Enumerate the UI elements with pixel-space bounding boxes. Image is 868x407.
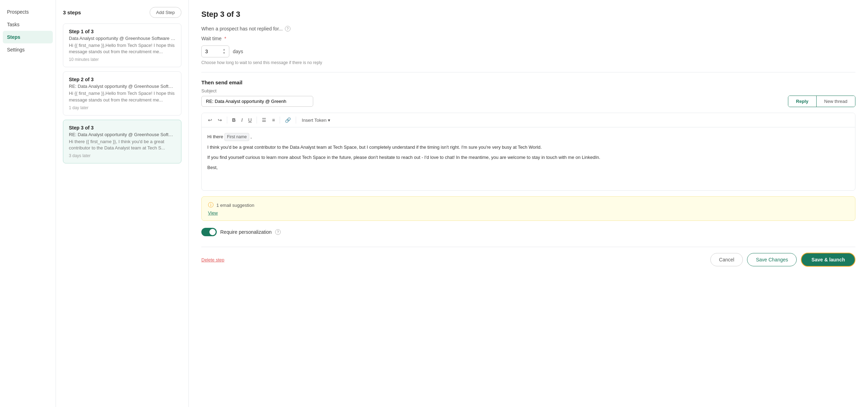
bullet-list-button[interactable]: ☰ — [260, 116, 268, 124]
step-card-preview: Hi {{ first_name }},Hello from Tech Spac… — [69, 90, 175, 103]
footer-actions: Cancel Save Changes Save & launch — [710, 253, 855, 267]
personalization-row: Require personalization ? — [201, 228, 855, 236]
redo-button[interactable]: ↪ — [216, 116, 224, 124]
step-card-step1[interactable]: Step 1 of 3 Data Analyst opportunity @ G… — [63, 23, 181, 67]
undo-button[interactable]: ↩ — [206, 116, 214, 124]
italic-button[interactable]: I — [239, 116, 245, 124]
suggestion-banner: ⓘ 1 email suggestion View — [201, 196, 855, 221]
no-reply-help-icon[interactable]: ? — [285, 26, 290, 31]
main-content: Step 3 of 3 When a prospect has not repl… — [189, 0, 868, 407]
editor-line-2: I think you'd be a great contributor to … — [207, 144, 849, 151]
suggestion-text: 1 email suggestion — [216, 203, 254, 208]
wait-time-row: ▲ ▼ days — [201, 45, 855, 57]
wait-time-label: Wait time * — [201, 36, 855, 41]
save-changes-button[interactable]: Save Changes — [747, 253, 797, 266]
wait-time-stepper[interactable]: ▲ ▼ — [223, 48, 225, 55]
toggle-slider — [201, 228, 217, 236]
bold-button[interactable]: B — [230, 116, 238, 124]
then-send-label: Then send email — [201, 79, 855, 85]
step-cards-container: Step 1 of 3 Data Analyst opportunity @ G… — [63, 23, 181, 163]
wait-time-input-wrapper[interactable]: ▲ ▼ — [201, 45, 229, 57]
step-card-title: Step 1 of 3 — [69, 29, 175, 34]
reply-button[interactable]: Reply — [788, 96, 816, 107]
insert-token-button[interactable]: Insert Token ▾ — [299, 116, 333, 124]
step-card-title: Step 3 of 3 — [69, 125, 175, 131]
delete-step-button[interactable]: Delete step — [201, 257, 224, 262]
sidebar-item-prospects[interactable]: Prospects — [0, 6, 56, 18]
insert-token-label: Insert Token — [302, 118, 327, 123]
subject-input[interactable] — [201, 96, 313, 107]
step-card-subject: RE: Data Analyst opportunity @ Greenhous… — [69, 132, 175, 137]
editor-line-4: Best, — [207, 164, 849, 171]
sidebar-item-settings[interactable]: Settings — [0, 43, 56, 56]
step-card-step3[interactable]: Step 3 of 3 RE: Data Analyst opportunity… — [63, 120, 181, 163]
link-button[interactable]: 🔗 — [283, 116, 293, 124]
add-step-button[interactable]: Add Step — [150, 7, 182, 18]
footer: Delete step Cancel Save Changes Save & l… — [201, 247, 855, 267]
personalization-toggle[interactable] — [201, 228, 217, 236]
editor-toolbar: ↩ ↪ B I U ☰ ≡ 🔗 Insert Token ▾ — [202, 113, 855, 127]
step-card-timing: 1 day later — [69, 105, 175, 110]
toolbar-divider-1 — [227, 117, 227, 124]
step-card-step2[interactable]: Step 2 of 3 RE: Data Analyst opportunity… — [63, 71, 181, 115]
email-editor: ↩ ↪ B I U ☰ ≡ 🔗 Insert Token ▾ Hi there … — [201, 113, 855, 191]
new-thread-button[interactable]: New thread — [817, 96, 855, 107]
save-launch-button[interactable]: Save & launch — [801, 253, 855, 267]
wait-hint: Choose how long to wait to send this mes… — [201, 60, 855, 65]
suggestion-row: ⓘ 1 email suggestion — [208, 202, 849, 209]
steps-panel: 3 steps Add Step Step 1 of 3 Data Analys… — [56, 0, 189, 407]
suggestion-warning-icon: ⓘ — [208, 202, 214, 209]
sidebar-item-tasks[interactable]: Tasks — [0, 18, 56, 31]
sidebar-item-steps[interactable]: Steps — [3, 31, 53, 43]
no-reply-label: When a prospect has not replied for... ? — [201, 26, 855, 31]
personalization-help-icon[interactable]: ? — [275, 229, 281, 235]
wait-time-field[interactable] — [205, 49, 216, 54]
insert-token-chevron-icon: ▾ — [328, 118, 330, 123]
cancel-button[interactable]: Cancel — [710, 253, 743, 266]
step-card-preview: Hi {{ first_name }},Hello from Tech Spac… — [69, 42, 175, 55]
personalization-label: Require personalization — [220, 229, 272, 235]
page-title: Step 3 of 3 — [201, 10, 855, 19]
toolbar-divider-2 — [257, 117, 257, 124]
first-name-token: First name — [224, 133, 249, 141]
step-card-preview: Hi there {{ first_name }}, I think you'd… — [69, 139, 175, 151]
subject-row: Reply New thread — [201, 96, 855, 107]
toolbar-divider-3 — [280, 117, 280, 124]
editor-line-3: If you find yourself curious to learn mo… — [207, 154, 849, 161]
editor-body[interactable]: Hi there First name , I think you'd be a… — [202, 127, 855, 190]
section-divider — [201, 72, 855, 72]
steps-header: 3 steps Add Step — [63, 7, 181, 18]
steps-count: 3 steps — [63, 9, 81, 15]
step-card-timing: 3 days later — [69, 153, 175, 158]
step-card-subject: RE: Data Analyst opportunity @ Greenhous… — [69, 84, 175, 89]
step-card-timing: 10 minutes later — [69, 57, 175, 62]
sidebar: ProspectsTasksStepsSettings — [0, 0, 56, 407]
step-card-subject: Data Analyst opportunity @ Greenhouse So… — [69, 36, 175, 41]
subject-label: Subject — [201, 88, 855, 93]
suggestion-view-link[interactable]: View — [208, 210, 849, 216]
step-card-title: Step 2 of 3 — [69, 77, 175, 82]
underline-button[interactable]: U — [246, 116, 254, 124]
required-star: * — [224, 36, 226, 41]
ordered-list-button[interactable]: ≡ — [270, 116, 277, 124]
toolbar-divider-4 — [296, 117, 296, 124]
reply-thread-toggle: Reply New thread — [788, 96, 855, 107]
days-label: days — [233, 49, 243, 54]
